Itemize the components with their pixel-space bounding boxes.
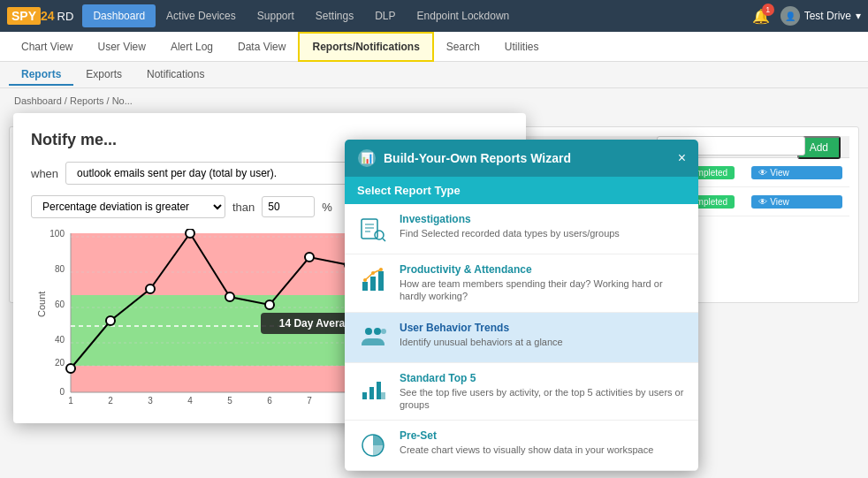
user-behavior-text: User Behavior Trends Identify unusual be…: [400, 322, 686, 348]
byo-icon: 📊: [357, 148, 377, 168]
byo-item-standard-top5[interactable]: Standard Top 5 See the top five users by…: [345, 363, 698, 421]
tab-reports[interactable]: Reports: [9, 64, 73, 86]
row2-action[interactable]: 👁 View: [751, 195, 842, 209]
subnav-utilities[interactable]: Utilities: [492, 32, 552, 62]
user-menu[interactable]: 👤 Test Drive ▾: [780, 6, 861, 26]
byo-items-list: Investigations Find Selected recorded da…: [345, 204, 698, 471]
productivity-text: Productivity & Attendance How are team m…: [400, 263, 686, 303]
investigations-icon: [357, 213, 389, 245]
tab-notifications[interactable]: Notifications: [134, 64, 217, 86]
svg-rect-51: [362, 282, 368, 291]
byo-select-label: Select Report Type: [345, 177, 698, 204]
notification-badge: 1: [762, 4, 774, 16]
byo-header-title: 📊 Build-Your-Own Reports Wizard: [357, 148, 571, 168]
nav-active-devices[interactable]: Active Devices: [156, 4, 247, 27]
logo-suffix: RD: [57, 10, 74, 23]
preset-title: Pre-Set: [400, 429, 686, 442]
svg-point-22: [146, 285, 155, 293]
top-navigation: SPY 24 RD Dashboard Active Devices Suppo…: [0, 0, 868, 32]
notify-when-label: when: [31, 167, 58, 180]
svg-text:20: 20: [55, 358, 65, 368]
svg-text:0: 0: [59, 387, 65, 397]
byo-close-button[interactable]: ×: [678, 151, 686, 165]
notification-bell[interactable]: 🔔 1: [752, 8, 770, 25]
subnav-alert-log[interactable]: Alert Log: [158, 32, 225, 62]
logo-spy: SPY: [7, 7, 41, 25]
standard-top5-icon: [357, 372, 389, 404]
investigations-text: Investigations Find Selected recorded da…: [400, 213, 686, 239]
notify-deviation-dropdown[interactable]: Percentage deviation is greater: [31, 195, 225, 218]
svg-rect-63: [381, 392, 385, 399]
svg-text:3: 3: [148, 396, 153, 406]
svg-text:100: 100: [49, 229, 65, 239]
breadcrumb: Dashboard / Reports / No...: [0, 88, 868, 113]
byo-item-preset[interactable]: Pre-Set Create chart views to visually s…: [345, 421, 698, 471]
eye-icon: 👁: [758, 168, 767, 178]
eye-icon: 👁: [758, 197, 767, 207]
svg-point-25: [265, 300, 274, 309]
main-content: Add Name Date Description Range Status A…: [0, 113, 868, 478]
row1-action[interactable]: 👁 View: [751, 166, 842, 179]
svg-text:4: 4: [187, 396, 193, 406]
view-button[interactable]: 👁 View: [751, 195, 842, 209]
byo-modal: 📊 Build-Your-Own Reports Wizard × Select…: [345, 140, 698, 471]
standard-top5-desc: See the top five users by activity, or t…: [400, 386, 686, 412]
nav-dlp[interactable]: DLP: [364, 4, 406, 27]
svg-point-49: [375, 231, 384, 239]
subnav-search[interactable]: Search: [434, 32, 492, 62]
productivity-desc: How are team members spending their day?…: [400, 277, 686, 303]
svg-text:6: 6: [267, 396, 272, 406]
notify-value-input[interactable]: [262, 196, 315, 217]
logo-num: 24: [41, 9, 55, 23]
subnav-reports-notifications[interactable]: Reports/Notifications: [298, 32, 433, 62]
byo-item-user-behavior[interactable]: User Behavior Trends Identify unusual be…: [345, 313, 698, 363]
svg-text:1: 1: [68, 396, 73, 406]
svg-text:📊: 📊: [361, 151, 374, 164]
nav-endpoint-lockdown[interactable]: Endpoint Lockdown: [407, 4, 521, 27]
svg-text:2: 2: [108, 396, 113, 406]
than-label: than: [232, 201, 255, 214]
standard-top5-title: Standard Top 5: [400, 372, 686, 384]
view-button[interactable]: 👁 View: [751, 166, 842, 179]
nav-dashboard[interactable]: Dashboard: [82, 4, 156, 27]
subnav-chart-view[interactable]: Chart View: [9, 32, 85, 62]
productivity-icon: [357, 263, 389, 295]
productivity-title: Productivity & Attendance: [400, 263, 686, 276]
preset-icon: [357, 429, 389, 461]
notify-unit-label: %: [322, 201, 332, 214]
byo-item-investigations[interactable]: Investigations Find Selected recorded da…: [345, 204, 698, 254]
subnav-user-view[interactable]: User View: [85, 32, 157, 62]
preset-text: Pre-Set Create chart views to visually s…: [400, 429, 686, 456]
svg-text:Count: Count: [36, 292, 47, 317]
user-behavior-desc: Identify unusual behaviors at a glance: [400, 336, 686, 348]
svg-point-55: [371, 271, 375, 275]
svg-point-56: [379, 268, 383, 271]
byo-header: 📊 Build-Your-Own Reports Wizard ×: [345, 140, 698, 177]
svg-point-57: [365, 328, 372, 335]
svg-rect-61: [369, 387, 374, 399]
svg-rect-52: [370, 277, 376, 291]
investigations-title: Investigations: [400, 213, 686, 225]
tab-exports[interactable]: Exports: [73, 64, 134, 86]
user-avatar: 👤: [780, 6, 800, 26]
nav-support[interactable]: Support: [247, 4, 305, 27]
svg-line-50: [383, 239, 385, 241]
standard-top5-text: Standard Top 5 See the top five users by…: [400, 372, 686, 412]
svg-point-23: [186, 229, 194, 238]
byo-item-productivity[interactable]: Productivity & Attendance How are team m…: [345, 254, 698, 313]
svg-text:5: 5: [227, 396, 232, 406]
svg-point-20: [66, 364, 75, 373]
nav-settings[interactable]: Settings: [305, 4, 364, 27]
svg-text:7: 7: [307, 396, 312, 406]
sub-navigation: Chart View User View Alert Log Data View…: [0, 32, 868, 62]
svg-rect-60: [362, 392, 367, 399]
svg-point-21: [106, 316, 115, 325]
third-navigation: Reports Exports Notifications: [0, 62, 868, 88]
subnav-data-view[interactable]: Data View: [225, 32, 298, 62]
nav-items: Dashboard Active Devices Support Setting…: [82, 4, 751, 27]
preset-desc: Create chart views to visually show data…: [400, 444, 686, 456]
svg-point-59: [381, 329, 386, 334]
svg-rect-62: [377, 382, 381, 399]
svg-point-24: [225, 292, 234, 301]
svg-text:80: 80: [55, 264, 65, 274]
